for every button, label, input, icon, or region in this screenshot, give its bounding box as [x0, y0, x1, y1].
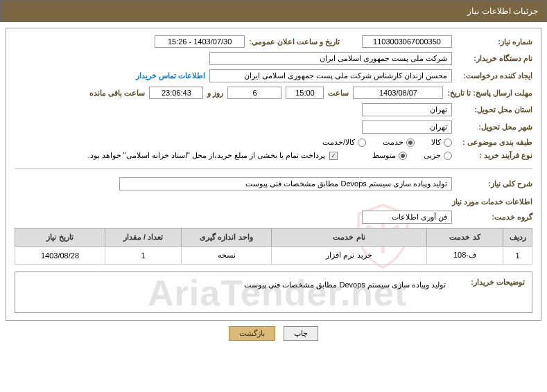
th-code: کد خدمت [427, 229, 503, 247]
deadline-label: مهلت ارسال پاسخ: تا تاریخ: [447, 89, 532, 98]
time-label: ساعت [328, 89, 349, 98]
button-row: چاپ بازگشت [0, 326, 547, 341]
services-table: ردیف کد خدمت نام خدمت واحد اندازه گیری ت… [15, 228, 532, 265]
cell-name: خرید نرم افزار [272, 247, 427, 265]
service-group-field: فن آوری اطلاعات [362, 211, 452, 224]
radio-partial[interactable]: جزیی [424, 151, 452, 160]
cell-date: 1403/08/28 [15, 247, 105, 265]
radio-medium[interactable]: متوسط [372, 151, 407, 160]
table-row: 1 ف-108 خرید نرم افزار نسخه 1 1403/08/28 [15, 247, 532, 265]
row-province: استان محل تحویل: تهران [15, 103, 532, 116]
divider [15, 168, 532, 169]
countdown-field: 23:06:43 [149, 87, 203, 99]
row-service-group: گروه خدمت: فن آوری اطلاعات [15, 211, 532, 224]
need-number-field: 1103003067000350 [362, 35, 452, 48]
radio-goods-service[interactable]: کالا/خدمت [322, 138, 366, 147]
days-remaining-field: 6 [227, 87, 281, 99]
back-button[interactable]: بازگشت [229, 326, 275, 341]
radio-goods[interactable]: کالا [431, 138, 452, 147]
buyer-notes-text: تولید وپیاده سازی سیستم Devops مطابق مشخ… [22, 278, 449, 292]
print-button[interactable]: چاپ [284, 326, 318, 341]
radio-service[interactable]: خدمت [383, 138, 415, 147]
th-row: ردیف [503, 229, 532, 247]
province-field: تهران [362, 103, 452, 116]
cell-code: ف-108 [427, 247, 503, 265]
buyer-notes-label: توضیحات خریدار: [455, 278, 525, 287]
announce-label: تاریخ و ساعت اعلان عمومی: [249, 37, 340, 46]
row-requester: ایجاد کننده درخواست: محسن ازندان کارشناس… [15, 69, 532, 82]
buyer-org-field: شرکت ملی پست جمهوری اسلامی ایران [209, 52, 452, 65]
announce-field: 1403/07/30 - 15:26 [155, 35, 245, 48]
th-unit: واحد اندازه گیری [182, 229, 272, 247]
requester-label: ایجاد کننده درخواست: [456, 71, 532, 80]
province-label: استان محل تحویل: [456, 105, 532, 114]
buyer-org-label: نام دستگاه خریدار: [456, 54, 532, 63]
days-label: روز و [207, 89, 223, 98]
deadline-date-field: 1403/08/07 [353, 87, 443, 99]
th-qty: تعداد / مقدار [105, 229, 182, 247]
deadline-time-field: 15:00 [286, 87, 324, 99]
row-process: نوع فرآیند خرید : جزیی متوسط ✓ پرداخت تم… [15, 151, 532, 160]
payment-note: پرداخت تمام یا بخشی از مبلغ خرید،از محل … [87, 151, 325, 160]
requester-field: محسن ازندان کارشناس شرکت ملی پست جمهوری … [209, 69, 452, 82]
remaining-label: ساعت باقی مانده [89, 89, 145, 98]
buyer-contact-link[interactable]: اطلاعات تماس خریدار [136, 71, 205, 80]
row-need-number: شماره نیاز: 1103003067000350 تاریخ و ساع… [15, 35, 532, 48]
th-name: نام خدمت [272, 229, 427, 247]
service-group-label: گروه خدمت: [456, 213, 532, 222]
summary-field: تولید وپیاده سازی سیستم Devops مطابق مشخ… [119, 177, 452, 190]
need-number-label: شماره نیاز: [456, 37, 532, 46]
row-category: طبقه بندی موضوعی : کالا خدمت کالا/خدمت [15, 138, 532, 147]
buyer-notes-box: توضیحات خریدار: تولید وپیاده سازی سیستم … [15, 271, 532, 313]
row-city: شهر محل تحویل: تهران [15, 121, 532, 134]
services-info-label: اطلاعات خدمات مورد نیاز [15, 197, 532, 206]
row-buyer-org: نام دستگاه خریدار: شرکت ملی پست جمهوری ا… [15, 52, 532, 65]
process-label: نوع فرآیند خرید : [456, 151, 532, 160]
form-panel: AriaTender.net شماره نیاز: 1103003067000… [6, 28, 541, 321]
category-label: طبقه بندی موضوعی : [456, 138, 532, 147]
cell-row: 1 [503, 247, 532, 265]
city-label: شهر محل تحویل: [456, 123, 532, 132]
summary-label: شرح کلی نیاز: [456, 179, 532, 188]
city-field: تهران [362, 121, 452, 134]
page-header: جزئیات اطلاعات نیاز [0, 0, 547, 22]
th-date: تاریخ نیاز [15, 229, 105, 247]
cell-unit: نسخه [182, 247, 272, 265]
row-deadline: مهلت ارسال پاسخ: تا تاریخ: 1403/08/07 سا… [15, 87, 532, 99]
cell-qty: 1 [105, 247, 182, 265]
page-title: جزئیات اطلاعات نیاز [467, 6, 538, 16]
treasury-checkbox[interactable]: ✓ [329, 152, 338, 160]
row-summary: شرح کلی نیاز: تولید وپیاده سازی سیستم De… [15, 177, 532, 190]
